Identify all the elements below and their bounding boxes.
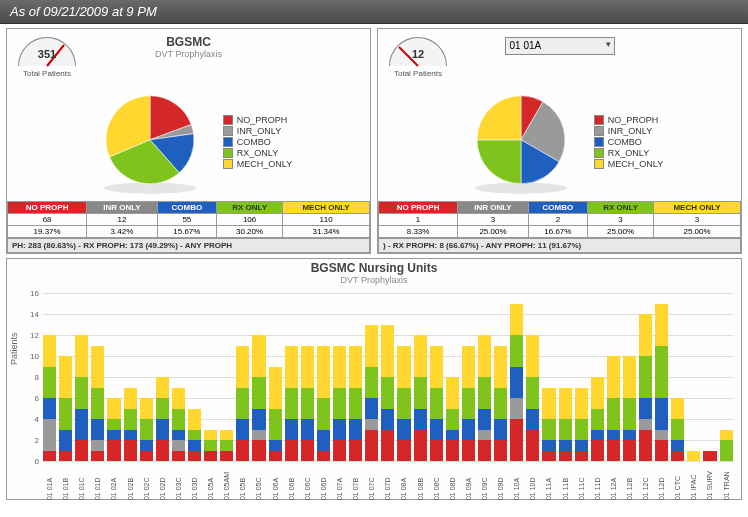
bar-segment (75, 335, 88, 377)
bar-segment (462, 419, 475, 440)
bar: 01 07A (333, 293, 346, 461)
bar-segment (510, 304, 523, 336)
bar-segment (365, 367, 378, 399)
bar-segment (172, 430, 185, 441)
legend-swatch (223, 159, 233, 169)
table-header: INR ONLY (458, 202, 529, 214)
bar-segment (365, 419, 378, 430)
y-tick: 2 (35, 436, 39, 445)
bar-segment (301, 419, 314, 440)
bar: 01 10A (510, 293, 523, 461)
table-cell: 25.00% (588, 226, 654, 238)
bar: 01 11A (542, 293, 555, 461)
bar-segment (124, 388, 137, 409)
bar: 01 07D (381, 293, 394, 461)
unit-dropdown[interactable]: 01 01A (505, 37, 615, 55)
table-right: NO PROPHINR ONLYCOMBORX ONLYMECH ONLY132… (378, 201, 741, 238)
svg-text:351: 351 (38, 48, 56, 60)
bar-segment (236, 388, 249, 420)
bar-segment (671, 440, 684, 451)
bar: 01 03D (188, 293, 201, 461)
bar-segment (462, 346, 475, 388)
bar: 01 11C (575, 293, 588, 461)
bar-segment (236, 440, 249, 461)
bar-segment (204, 430, 217, 441)
bar: 01 02C (140, 293, 153, 461)
bar-segment (349, 388, 362, 420)
table-cell: 3.42% (87, 226, 158, 238)
left-title-block: BGSMC DVT Prophylaxis (83, 33, 294, 59)
x-tick: 01 09A (465, 487, 472, 500)
bar-segment (639, 419, 652, 430)
bar-segment (575, 440, 588, 451)
bar-segment (236, 419, 249, 440)
bar-segment (430, 419, 443, 440)
bar-segment (107, 440, 120, 461)
bar-segment (526, 377, 539, 409)
bar-segment (510, 398, 523, 419)
legend-swatch (223, 137, 233, 147)
table-header: NO PROPH (8, 202, 87, 214)
legend-label: INR_ONLY (237, 126, 281, 136)
bar-segment (140, 451, 153, 462)
bar: 01 12D (655, 293, 668, 461)
bar-segment (430, 346, 443, 388)
timestamp-header: As of 09/21/2009 at 9 PM (0, 0, 748, 24)
bar-segment (526, 430, 539, 462)
bar-segment (317, 430, 330, 451)
y-tick: 16 (30, 289, 39, 298)
summary-right: ) - RX PROPH: 8 (66.67%) - ANY PROPH: 11… (378, 238, 741, 253)
bar-segment (236, 346, 249, 388)
table-cell: 110 (283, 214, 370, 226)
table-header: MECH ONLY (654, 202, 741, 214)
x-tick: 01 10D (529, 487, 536, 500)
bar-segment (349, 419, 362, 440)
y-tick: 10 (30, 352, 39, 361)
bar-segment (414, 335, 427, 377)
bar-segment (317, 398, 330, 430)
y-tick: 8 (35, 373, 39, 382)
bar-segment (333, 440, 346, 461)
legend-item: MECH_ONLY (594, 159, 663, 169)
legend-swatch (594, 137, 604, 147)
x-tick: 01 TRAN (723, 487, 730, 500)
x-tick: 01 08C (433, 487, 440, 500)
bar-segment (671, 398, 684, 419)
bar-segment (252, 335, 265, 377)
bar-segment (301, 388, 314, 420)
table-header: NO PROPH (379, 202, 458, 214)
bar-segment (220, 430, 233, 441)
pie-left (85, 87, 215, 197)
bar-segment (446, 409, 459, 430)
bar-segment (59, 398, 72, 430)
bar: 01 08A (397, 293, 410, 461)
bar-segment (542, 451, 555, 462)
bar-segment (559, 419, 572, 440)
bar-segment (494, 440, 507, 461)
x-tick: 01 11B (562, 487, 569, 500)
bar: 01 01C (75, 293, 88, 461)
bar: 01 10D (526, 293, 539, 461)
table-cell: 106 (217, 214, 283, 226)
x-tick: 01 07D (384, 487, 391, 500)
bar-segment (43, 451, 56, 462)
bar: 01 SURV (703, 293, 716, 461)
y-tick: 14 (30, 310, 39, 319)
bar-segment (559, 440, 572, 451)
bar-segment (575, 388, 588, 420)
legend-label: COMBO (608, 137, 642, 147)
legend-label: INR_ONLY (608, 126, 652, 136)
table-header: RX ONLY (588, 202, 654, 214)
bar-segment (478, 335, 491, 377)
legend-label: NO_PROPH (608, 115, 659, 125)
bar-segment (43, 367, 56, 399)
bar: 01 08B (414, 293, 427, 461)
bar: 01 12A (607, 293, 620, 461)
bar-segment (462, 388, 475, 420)
bar-title: BGSMC Nursing Units (7, 261, 741, 275)
table-cell: 3 (588, 214, 654, 226)
bar: 01 09D (494, 293, 507, 461)
bar-segment (542, 388, 555, 420)
table-cell: 8.33% (379, 226, 458, 238)
x-tick: 01 02B (127, 487, 134, 500)
